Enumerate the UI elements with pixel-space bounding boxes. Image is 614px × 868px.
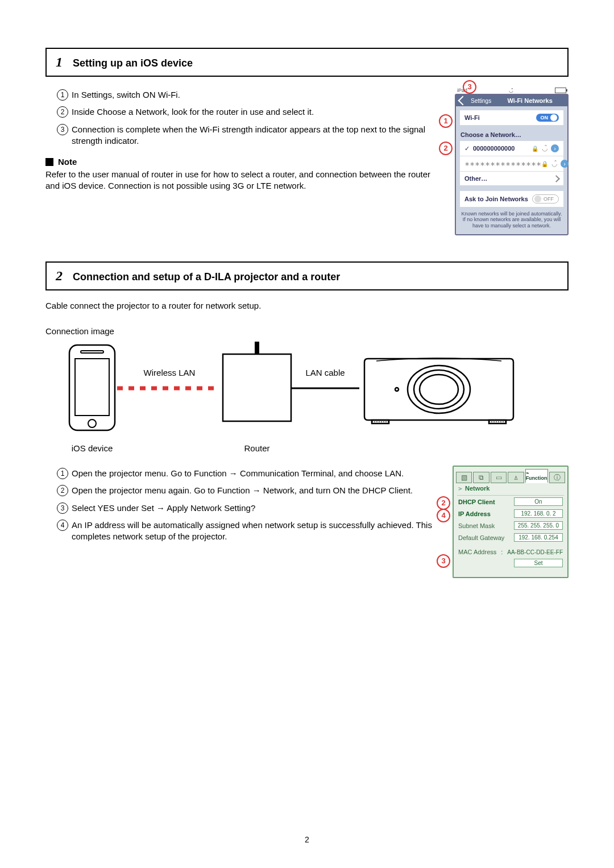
gw-value: 192. 168. 0.254: [514, 533, 563, 542]
ip-label: IP Address: [458, 510, 491, 517]
step-1-item-3: Connection is complete when the Wi-Fi st…: [72, 124, 425, 146]
dhcp-label: DHCP Client: [458, 499, 495, 505]
tab-icon: ⍋: [514, 474, 518, 481]
svg-rect-5: [223, 354, 291, 421]
tab-icon: ⧉: [479, 474, 484, 481]
projector-menu-screenshot: 2 4 3 ▧ ⧉ ▭ ⍋ ⌁Function ⓘ ＞ Network DHCP…: [453, 466, 569, 578]
svg-rect-0: [69, 345, 115, 430]
tab-icon: ▭: [496, 474, 502, 481]
svg-rect-1: [81, 351, 103, 353]
step-2-number: 2: [56, 268, 63, 284]
wifi-strength-icon: ◡̂: [542, 144, 547, 152]
choose-network-label: Choose a Network…: [460, 131, 521, 138]
svg-rect-2: [75, 359, 109, 416]
svg-point-11: [395, 388, 399, 391]
svg-text:LAN cable: LAN cable: [305, 368, 345, 377]
wifi-icon: ◡̂: [509, 88, 513, 93]
page-number: 2: [0, 835, 614, 844]
step-2-lead: Cable connect the projector to a router …: [45, 301, 569, 310]
wifi-toggle: ON: [536, 114, 559, 122]
note-heading: Note: [45, 157, 440, 167]
step-1-header: 1 Setting up an iOS device: [45, 48, 569, 77]
mask-value: 255. 255. 255. 0: [514, 521, 563, 530]
function-tab: ⌁Function: [525, 469, 548, 483]
step-1-title: Setting up an iOS device: [73, 57, 193, 69]
note-body: Refer to the user manual of router in us…: [45, 169, 440, 192]
svg-point-10: [420, 375, 458, 404]
router-label: Router: [223, 443, 291, 453]
svg-point-8: [408, 366, 470, 413]
network-2: ∗∗∗∗∗∗∗∗∗∗∗∗∗∗∗: [464, 160, 541, 168]
svg-text:Wireless LAN: Wireless LAN: [144, 368, 196, 377]
step-2-header: 2 Connection and setup of a D-ILA projec…: [45, 261, 569, 290]
lock-icon: 🔒: [541, 161, 548, 167]
step-2-item-3: Select YES under Set → Apply Network Set…: [72, 503, 255, 513]
step-2-item-4: An IP address will be automatically assi…: [72, 520, 432, 541]
back-icon: [458, 96, 468, 106]
connection-image-label: Connection image: [45, 326, 569, 336]
gw-label: Default Gateway: [458, 534, 504, 541]
wifi-label: Wi-Fi: [464, 114, 480, 121]
tab-icon: ▧: [461, 474, 467, 481]
dhcp-value: On: [514, 497, 563, 506]
step-1-item-1: In Settings, switch ON Wi-Fi.: [72, 90, 180, 99]
ask-join-toggle: OFF: [532, 194, 559, 203]
tab-icon: ⓘ: [554, 473, 561, 483]
ip-value: 192. 168. 0. 2: [514, 509, 563, 518]
step-2-item-1: Open the projector menu. Go to Function …: [72, 468, 404, 478]
details-icon: ›: [551, 144, 559, 152]
step-1-item-2: Inside Choose a Network, look for the ro…: [72, 107, 314, 117]
mac-value: AA-BB-CC-DD-EE-FF: [507, 549, 563, 555]
svg-point-9: [414, 370, 464, 409]
screen-title: Wi-Fi Networks: [496, 97, 564, 104]
connection-diagram: Wireless LAN LAN cable iOS device Router: [58, 342, 569, 453]
note-square-icon: [45, 158, 53, 166]
chevron-icon: [553, 175, 560, 182]
details-icon: ›: [561, 160, 569, 168]
lock-icon: 🔒: [532, 146, 538, 152]
ios-screenshot: 3 1 2 iPad ◡̂ Settings Wi-Fi Networks: [455, 87, 569, 235]
ask-join-hint: Known networks will be joined automatica…: [456, 207, 567, 234]
step-1-list: 1In Settings, switch ON Wi-Fi. 2Inside C…: [45, 89, 440, 147]
back-label: Settings: [471, 98, 491, 104]
svg-point-3: [88, 420, 96, 427]
menu-section: Network: [465, 485, 489, 492]
step-1-number: 1: [56, 55, 63, 70]
ios-device-label: iOS device: [58, 443, 126, 453]
step-2-item-2: Open the projector menu again. Go to Fun…: [72, 485, 413, 495]
mask-label: Subnet Mask: [458, 522, 495, 529]
set-button: Set: [514, 559, 563, 567]
network-1: 000000000000: [473, 145, 515, 152]
note-label: Note: [58, 157, 77, 167]
wifi-strength-icon: ◡̂: [551, 160, 557, 168]
other-network: Other…: [464, 175, 487, 182]
mac-label: MAC Address: [458, 549, 496, 555]
step-2-list: 1Open the projector menu. Go to Function…: [45, 468, 438, 542]
step-2-title: Connection and setup of a D-ILA projecto…: [73, 271, 340, 283]
ask-join-label: Ask to Join Networks: [464, 196, 528, 202]
